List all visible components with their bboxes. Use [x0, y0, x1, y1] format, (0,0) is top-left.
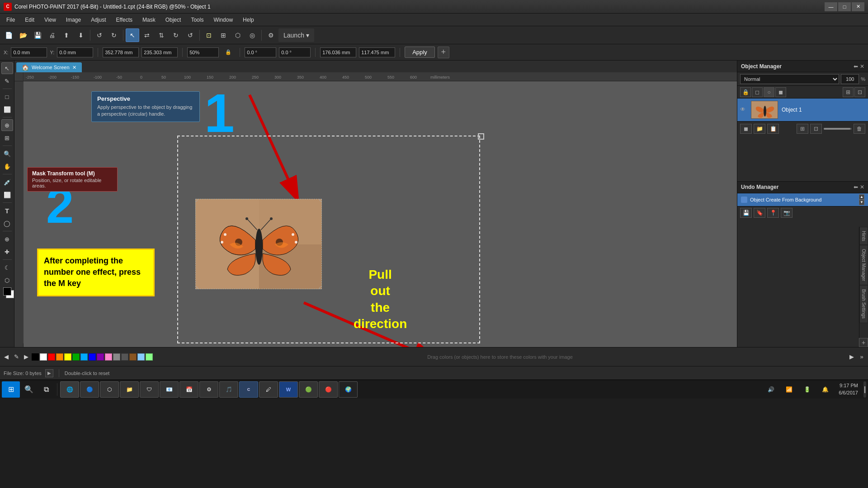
text-tool[interactable]: T	[1, 205, 13, 216]
new-button[interactable]: 📄	[2, 28, 15, 42]
export-button[interactable]: ⬆	[60, 28, 73, 42]
clone-tool[interactable]: ⊕	[1, 233, 13, 245]
notification-button[interactable]: 🔔	[817, 381, 833, 398]
foreground-color-swatch[interactable]	[3, 287, 11, 296]
welcome-screen-tab[interactable]: 🏠 Welcome Screen ✕	[16, 62, 82, 72]
menu-file[interactable]: File	[2, 15, 19, 24]
undo-button[interactable]: ↺	[93, 28, 106, 42]
transform-handle-circle[interactable]	[478, 133, 484, 140]
add-panel-button[interactable]: +	[859, 338, 868, 347]
redo-button[interactable]: ↻	[107, 28, 121, 42]
h-input[interactable]	[142, 47, 178, 57]
bookmark-undo-button[interactable]: 🔖	[754, 208, 765, 218]
swatch-gray1[interactable]	[113, 353, 120, 361]
panel-controls[interactable]: ⬅ ✕	[854, 63, 864, 70]
add-preset-button[interactable]: +	[438, 47, 449, 58]
copy-layer-button[interactable]: 📋	[767, 124, 779, 134]
camera-undo-button[interactable]: 📷	[781, 208, 793, 218]
w-input[interactable]	[103, 47, 139, 57]
zoom-tool[interactable]: 🔍	[1, 148, 13, 160]
paint-tool[interactable]: ✎	[1, 75, 13, 87]
apply-button[interactable]: Apply	[405, 47, 435, 58]
dodge-tool[interactable]: ☾	[1, 262, 13, 273]
blend-mode-select[interactable]: Normal Multiply Screen	[740, 74, 839, 84]
freehand-tool[interactable]: ⬜	[1, 103, 13, 115]
taskbar-app-browser[interactable]: 🌍	[339, 381, 358, 398]
maximize-button[interactable]: □	[838, 2, 851, 11]
menu-object[interactable]: Object	[161, 15, 186, 24]
taskbar-app-12[interactable]: 🔴	[319, 381, 338, 398]
taskbar-app-word[interactable]: W	[279, 381, 298, 398]
transform-handle-br[interactable]	[319, 286, 322, 289]
menu-image[interactable]: Image	[61, 15, 85, 24]
launch-button[interactable]: Launch ▾	[278, 28, 314, 42]
heal-tool[interactable]: ✚	[1, 246, 13, 258]
rotate-cw-button[interactable]: ↻	[169, 28, 183, 42]
search-button[interactable]: 🔍	[21, 381, 37, 398]
swatch-purple[interactable]	[97, 353, 104, 361]
print-button[interactable]: 🖨	[45, 28, 59, 42]
pos1-input[interactable]	[320, 47, 356, 57]
battery-button[interactable]: 🔋	[799, 381, 815, 398]
visibility-icon[interactable]: 👁	[740, 106, 747, 113]
swatch-blue[interactable]	[89, 353, 96, 361]
lock-stroke-button[interactable]: ○	[764, 87, 774, 97]
palette-next-button[interactable]: ▶	[22, 351, 31, 363]
swatch-orange[interactable]	[56, 353, 63, 361]
x-input[interactable]	[11, 47, 47, 57]
merge-all-button[interactable]: ⊞	[843, 87, 854, 97]
delete-object-button[interactable]: 🗑	[854, 124, 865, 134]
taskbar-app-6[interactable]: 📧	[160, 381, 179, 398]
swatch-lt-green[interactable]	[146, 353, 153, 361]
palette-double-right[interactable]: »	[857, 351, 866, 363]
pos2-input[interactable]	[359, 47, 395, 57]
taskbar-app-5[interactable]: 🛡	[140, 381, 159, 398]
menu-view[interactable]: View	[40, 15, 61, 24]
opacity-slider[interactable]	[824, 128, 852, 130]
palette-right-arrow[interactable]: ▶	[847, 351, 856, 363]
tab-close-icon[interactable]: ✕	[72, 65, 76, 70]
close-button[interactable]: ✕	[852, 2, 864, 11]
start-button[interactable]: ⊞	[2, 381, 20, 398]
new-layer-button[interactable]: ◼	[740, 124, 752, 134]
window-controls[interactable]: — □ ✕	[825, 2, 864, 11]
swatch-pink[interactable]	[105, 353, 112, 361]
pan-tool[interactable]: ✋	[1, 160, 13, 172]
angle1-input[interactable]	[245, 47, 276, 57]
lock-aspect-button[interactable]: 🔒	[222, 46, 235, 59]
taskbar-app-8[interactable]: ⚙	[199, 381, 218, 398]
flip-h-button[interactable]: ⇄	[140, 28, 154, 42]
y-input[interactable]	[57, 47, 93, 57]
lens-button[interactable]: ◎	[245, 28, 259, 42]
status-expand-button[interactable]: ▶	[45, 369, 53, 377]
angle2-input[interactable]	[279, 47, 311, 57]
swatch-lt-blue[interactable]	[137, 353, 145, 361]
swatch-gray2[interactable]	[121, 353, 128, 361]
save-undo-button[interactable]: 💾	[740, 208, 752, 218]
minimize-button[interactable]: —	[825, 2, 837, 11]
swatch-red[interactable]	[48, 353, 55, 361]
menu-tools[interactable]: Tools	[186, 15, 208, 24]
blend-tool[interactable]: ⬡	[1, 274, 13, 286]
palette-prev-button[interactable]: ◀	[2, 351, 11, 363]
panel-pin-icon[interactable]: ⬅	[854, 63, 858, 70]
pick-tool[interactable]: ↖	[1, 62, 13, 74]
taskbar-app-corel[interactable]: C	[239, 381, 258, 398]
clock[interactable]: 9:17 PM 6/6/2017	[835, 382, 862, 396]
lock-fill-button[interactable]: ◼	[775, 87, 786, 97]
rotate-ccw-button[interactable]: ↺	[184, 28, 197, 42]
hints-tab[interactable]: Hints	[859, 227, 868, 245]
mask-transform-tool[interactable]: ⊕	[1, 119, 13, 131]
erase-tool[interactable]: ⬜	[1, 189, 13, 201]
rect-mask-tool[interactable]: □	[1, 91, 13, 103]
channel-manager-button[interactable]: ⊡	[810, 124, 822, 134]
taskbar-app-3[interactable]: ⬡	[100, 381, 119, 398]
open-button[interactable]: 📂	[16, 28, 30, 42]
tool-active[interactable]: ↖	[126, 28, 139, 42]
object-manager-side-tab[interactable]: Object Manager	[859, 245, 868, 285]
swatch-white[interactable]	[40, 353, 47, 361]
object-1-row[interactable]: 👁 Object 1	[737, 99, 868, 121]
location-undo-button[interactable]: 📍	[767, 208, 779, 218]
opacity-input[interactable]	[841, 74, 859, 84]
show-desktop-button[interactable]: |	[863, 381, 866, 398]
